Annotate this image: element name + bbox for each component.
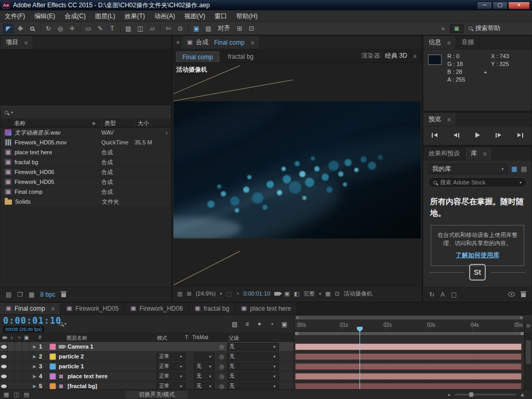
pickwhip-icon[interactable]: ◎ bbox=[219, 343, 224, 350]
zoom-in-icon[interactable]: ▲ bbox=[520, 391, 525, 397]
audio-toggle[interactable] bbox=[8, 352, 15, 361]
brush-tool[interactable]: ▨ bbox=[123, 23, 134, 34]
my-library-dropdown[interactable]: 我的库 ▾ bbox=[428, 164, 508, 174]
eye-icon[interactable] bbox=[0, 371, 8, 381]
view-layout-icon[interactable]: ⊡ bbox=[335, 290, 339, 297]
project-bit-depth[interactable]: 8 bpc bbox=[40, 291, 55, 298]
renderer-control[interactable]: 渲染器: 经典 3D ≡ bbox=[362, 51, 421, 60]
sync-icon[interactable]: ↻ bbox=[429, 291, 434, 298]
layer-name[interactable]: place text here bbox=[68, 373, 156, 379]
project-item-row[interactable]: Solids 文件夹 bbox=[1, 197, 171, 207]
lock-toggle[interactable] bbox=[22, 362, 30, 371]
layer-color-label[interactable] bbox=[49, 373, 56, 380]
panel-menu-icon[interactable]: ≡ bbox=[51, 305, 55, 312]
camera-tool[interactable]: ◎ bbox=[55, 23, 66, 34]
zoom-slider-track[interactable] bbox=[455, 394, 516, 395]
draft-3d-icon[interactable]: ≡ bbox=[245, 321, 249, 328]
layer-name[interactable]: particle 2 bbox=[59, 353, 156, 360]
layer-row-particle-2[interactable]: ▶ 2 particle 2 正常▼ ▼ ◎ 无▼ bbox=[0, 352, 294, 362]
audio-toggle[interactable] bbox=[8, 362, 15, 371]
workspace-button[interactable]: ▦ bbox=[450, 24, 463, 33]
column-type[interactable]: 类型 bbox=[101, 119, 135, 127]
column-mode[interactable]: 模式 bbox=[157, 335, 167, 342]
roto-brush-tool[interactable]: ✄ bbox=[163, 23, 174, 34]
timeline-zoom-control[interactable]: ▲ ▲ bbox=[447, 391, 525, 397]
panel-menu-icon[interactable]: ≡ bbox=[483, 151, 486, 157]
puppet-pin-tool[interactable]: ⊙ bbox=[175, 23, 186, 34]
viewer-tab-fractal-bg[interactable]: fractal bg bbox=[222, 51, 259, 62]
toggle-switches-modes-button[interactable]: 切换开关/模式 bbox=[125, 390, 189, 399]
camera-view-select[interactable]: 活动摄像机 bbox=[344, 290, 373, 298]
layer-name[interactable]: particle 1 bbox=[59, 363, 156, 369]
layer-color-label[interactable] bbox=[49, 383, 56, 390]
work-area-bar[interactable] bbox=[295, 332, 524, 335]
menu-edit[interactable]: 编辑(E) bbox=[30, 10, 60, 22]
column-number[interactable]: # bbox=[38, 335, 42, 340]
lock-toggle[interactable] bbox=[22, 371, 30, 381]
expander-icon[interactable]: ▶ bbox=[31, 344, 38, 349]
parent-cell[interactable]: ◎ 无▼ bbox=[217, 373, 294, 380]
menu-view[interactable]: 视图(V) bbox=[180, 10, 210, 22]
composition-viewer[interactable]: 活动摄像机 bbox=[174, 63, 421, 286]
layer-row-place-text-here[interactable]: ▶ 4 ▦ place text here 正常▼ 无▼ ◎ 无▼ bbox=[0, 371, 294, 381]
grid-guides-icon[interactable]: ⊞ bbox=[187, 290, 191, 297]
pickwhip-icon[interactable]: ◎ bbox=[219, 383, 224, 390]
menu-animation[interactable]: 动画(A) bbox=[150, 10, 180, 22]
menu-composition[interactable]: 合成(C) bbox=[60, 10, 90, 22]
layer-duration-bar-camera-1[interactable] bbox=[295, 343, 522, 350]
rotation-tool[interactable]: ↻ bbox=[43, 23, 54, 34]
expand-layers-icon[interactable]: ◫ bbox=[14, 391, 19, 398]
project-item-row[interactable]: ▦ Firework_HD06 合成 bbox=[1, 167, 171, 177]
preview-eye-icon[interactable] bbox=[508, 292, 515, 297]
menu-layer[interactable]: 图层(L) bbox=[90, 10, 120, 22]
mode-cell[interactable]: 正常▼ bbox=[156, 363, 190, 370]
column-layer-name[interactable]: 图层名称 bbox=[66, 335, 87, 342]
zoom-tool[interactable] bbox=[26, 23, 38, 34]
solo-toggle[interactable] bbox=[15, 352, 22, 361]
viewer-tab-final-comp[interactable]: Final comp bbox=[176, 51, 219, 62]
layer-duration-bar-fractal-bg[interactable] bbox=[295, 383, 522, 389]
project-item-row[interactable]: 文字动画音乐.wav WAV ♪ bbox=[1, 128, 171, 138]
parent-dropdown[interactable]: 无▼ bbox=[227, 343, 279, 351]
list-view-icon[interactable]: ▤ bbox=[521, 165, 527, 172]
layer-color-label[interactable] bbox=[49, 363, 56, 370]
pan-behind-tool[interactable]: ✛ bbox=[66, 23, 78, 34]
column-parent[interactable]: 父级 bbox=[229, 335, 239, 342]
first-frame-button[interactable] bbox=[432, 131, 437, 139]
mode-cell[interactable]: 正常▼ bbox=[156, 373, 190, 380]
audio-toggle[interactable] bbox=[8, 371, 15, 381]
tab-effects-presets[interactable]: 效果和预设 bbox=[423, 147, 466, 160]
timeline-graph-area[interactable]: :00s 01s 02s 03s 04s 05s ▤ bbox=[294, 315, 532, 389]
project-item-row[interactable]: ▦ fractal bg 合成 bbox=[1, 157, 171, 167]
panel-menu-icon[interactable]: ≡ bbox=[447, 39, 450, 46]
menu-window[interactable]: 窗口 bbox=[210, 10, 232, 22]
parent-dropdown[interactable]: 无▼ bbox=[227, 373, 279, 380]
clone-stamp-tool[interactable]: ◫ bbox=[135, 23, 146, 34]
panel-menu-icon[interactable]: ≡ bbox=[24, 39, 28, 46]
fast-preview-icon[interactable]: ▦ bbox=[325, 290, 330, 297]
timeline-navigator[interactable] bbox=[296, 316, 523, 320]
project-item-row[interactable]: Firework_HD05.mov QuickTime 35.5 M bbox=[1, 138, 171, 148]
pickwhip-icon[interactable]: ◎ bbox=[219, 363, 224, 370]
axis-mode-local[interactable]: ▣ bbox=[191, 23, 202, 34]
panel-menu-icon[interactable]: ≡ bbox=[447, 116, 450, 123]
magnification-ratio[interactable]: (24.9%) bbox=[196, 290, 216, 297]
timeline-tab-fractal-bg[interactable]: ▦ fractal bg bbox=[189, 303, 235, 314]
type-tool[interactable]: T bbox=[107, 23, 118, 34]
motion-blur-icon[interactable]: ▣ bbox=[282, 321, 287, 328]
hand-tool[interactable]: ✥ bbox=[15, 23, 26, 34]
current-timecode[interactable]: 0:00:01:10 bbox=[3, 315, 61, 326]
column-size[interactable]: 大小 bbox=[135, 119, 171, 127]
eye-icon[interactable] bbox=[0, 342, 8, 351]
selection-tool[interactable]: ◤ bbox=[3, 23, 14, 34]
trash-icon[interactable] bbox=[61, 291, 66, 297]
trkmat-cell[interactable]: ▼ bbox=[190, 353, 217, 361]
layer-duration-bar-place-text-here[interactable] bbox=[295, 373, 522, 380]
layer-duration-bar-particle-1[interactable] bbox=[295, 363, 522, 370]
pickwhip-icon[interactable]: ◎ bbox=[219, 373, 224, 380]
expander-icon[interactable]: ▶ bbox=[31, 374, 38, 379]
tab-project[interactable]: 项目 ≡ bbox=[1, 36, 33, 49]
lock-toggle[interactable] bbox=[22, 342, 30, 351]
eraser-tool[interactable]: ▱ bbox=[147, 23, 158, 34]
previous-frame-button[interactable] bbox=[454, 131, 459, 139]
